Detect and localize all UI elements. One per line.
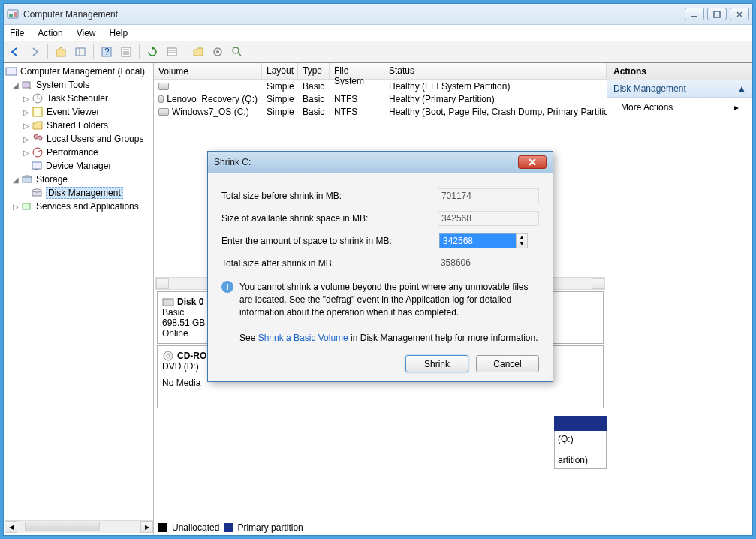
available-label: Size of available shrink space in MB:: [221, 213, 438, 224]
svg-point-42: [167, 354, 170, 357]
volume-icon: [158, 83, 169, 90]
minimize-button[interactable]: [685, 8, 704, 20]
available-value: 342568: [438, 211, 539, 226]
volume-icon: [158, 95, 164, 103]
more-actions[interactable]: More Actions ▸: [607, 98, 752, 117]
cancel-button[interactable]: Cancel: [476, 355, 539, 372]
info-text-2: See Shrink a Basic Volume in Disk Manage…: [239, 332, 538, 345]
toolbar: ?: [4, 41, 752, 62]
refresh-icon[interactable]: [144, 44, 161, 60]
svg-rect-34: [35, 169, 38, 170]
expand-icon[interactable]: ▷: [22, 95, 30, 103]
actions-pane: Actions Disk Management ▲ More Actions ▸: [607, 63, 752, 535]
tree-performance[interactable]: ▷Performance: [5, 146, 152, 159]
col-filesystem[interactable]: File System: [330, 63, 384, 79]
menu-view[interactable]: View: [77, 28, 96, 38]
svg-text:?: ?: [104, 47, 110, 57]
menu-file[interactable]: File: [10, 28, 24, 38]
collapse-icon[interactable]: ◢: [11, 176, 20, 184]
settings-icon[interactable]: [209, 44, 226, 60]
total-before-value: 701174: [438, 188, 539, 203]
svg-rect-28: [33, 107, 42, 116]
folder-icon[interactable]: [190, 44, 206, 60]
help-icon[interactable]: ?: [98, 44, 115, 60]
tree-shared-folders[interactable]: ▷Shared Folders: [5, 119, 152, 132]
help-link[interactable]: Shrink a Basic Volume: [258, 333, 348, 343]
expand-icon[interactable]: ▷: [22, 108, 30, 116]
cdrom-icon: [162, 351, 174, 361]
col-type[interactable]: Type: [298, 63, 330, 79]
actions-section[interactable]: Disk Management ▲: [607, 80, 752, 98]
dialog-close-button[interactable]: [518, 155, 547, 169]
nav-tree[interactable]: Computer Management (Local) ◢System Tool…: [4, 63, 154, 535]
collapse-icon[interactable]: ◢: [11, 81, 20, 89]
expand-icon[interactable]: ▷: [22, 149, 30, 157]
spin-up-icon[interactable]: ▲: [517, 234, 527, 241]
shrink-button[interactable]: Shrink: [405, 355, 468, 372]
maximize-button[interactable]: [707, 8, 727, 20]
volume-row[interactable]: Lenovo_Recovery (Q:) Simple Basic NTFS H…: [154, 92, 607, 105]
partition-preview[interactable]: (Q:) artition): [554, 416, 607, 469]
actions-header: Actions: [607, 63, 752, 80]
info-text-1: You cannot shrink a volume beyond the po…: [239, 281, 539, 318]
legend-unallocated-swatch: [158, 523, 167, 532]
shrink-amount-input[interactable]: [439, 233, 528, 248]
svg-rect-36: [23, 177, 32, 182]
tree-root[interactable]: Computer Management (Local): [5, 65, 152, 78]
total-before-label: Total size before shrink in MB:: [221, 191, 438, 201]
total-after-label: Total size after shrink in MB:: [221, 258, 438, 269]
svg-rect-4: [714, 11, 720, 17]
search-icon[interactable]: [229, 44, 245, 60]
col-status[interactable]: Status: [384, 63, 607, 79]
svg-rect-33: [32, 162, 41, 169]
tree-system-tools[interactable]: ◢System Tools: [5, 78, 152, 92]
tree-services[interactable]: ▷Services and Applications: [5, 200, 152, 213]
close-button[interactable]: [730, 8, 749, 20]
dialog-titlebar[interactable]: Shrink C:: [208, 152, 553, 173]
tree-device-manager[interactable]: Device Manager: [5, 159, 152, 173]
back-button[interactable]: [7, 44, 23, 60]
legend-primary-swatch: [224, 523, 233, 532]
tree-local-users[interactable]: ▷Local Users and Groups: [5, 132, 152, 146]
dialog-title: Shrink C:: [214, 157, 518, 167]
properties-icon[interactable]: [118, 44, 134, 60]
volume-list[interactable]: Simple Basic Healthy (EFI System Partiti…: [154, 80, 607, 118]
svg-line-22: [238, 53, 241, 56]
expand-icon[interactable]: ▷: [22, 122, 30, 130]
disk-icon: [162, 297, 174, 307]
tree-disk-management[interactable]: Disk Management: [5, 186, 152, 200]
app-icon: [7, 8, 19, 20]
expand-icon[interactable]: ▷: [22, 135, 30, 143]
info-icon: i: [221, 281, 233, 293]
window-title: Computer Management: [23, 9, 685, 20]
tree-storage[interactable]: ◢Storage: [5, 173, 152, 186]
spin-down-icon[interactable]: ▼: [517, 241, 527, 248]
svg-rect-16: [167, 48, 176, 56]
svg-rect-23: [6, 68, 17, 75]
tree-task-scheduler[interactable]: ▷Task Scheduler: [5, 92, 152, 105]
forward-button[interactable]: [26, 44, 43, 60]
titlebar: Computer Management: [4, 4, 752, 25]
svg-rect-7: [56, 50, 65, 56]
tree-h-scrollbar[interactable]: ◀ ▶: [5, 520, 153, 533]
up-icon[interactable]: [53, 44, 69, 60]
svg-rect-8: [76, 48, 85, 56]
col-volume[interactable]: Volume: [154, 63, 262, 79]
list-icon[interactable]: [164, 44, 180, 60]
shrink-dialog: Shrink C: Total size before shrink in MB…: [207, 151, 553, 382]
volume-row[interactable]: Windows7_OS (C:) Simple Basic NTFS Healt…: [154, 105, 607, 118]
volume-row[interactable]: Simple Basic Healthy (EFI System Partiti…: [154, 80, 607, 92]
svg-rect-1: [9, 14, 13, 17]
svg-point-20: [216, 50, 219, 53]
shrink-amount-spinner[interactable]: ▲▼: [439, 233, 528, 248]
svg-rect-39: [23, 203, 30, 209]
svg-point-38: [32, 189, 41, 192]
expand-icon[interactable]: ▷: [11, 203, 20, 211]
menu-help[interactable]: Help: [110, 28, 128, 38]
tree-event-viewer[interactable]: ▷Event Viewer: [5, 105, 152, 119]
col-layout[interactable]: Layout: [262, 63, 298, 79]
menu-action[interactable]: Action: [38, 28, 62, 38]
show-hide-icon[interactable]: [72, 44, 89, 60]
legend: Unallocated Primary partition: [154, 519, 607, 535]
svg-rect-2: [14, 12, 17, 17]
